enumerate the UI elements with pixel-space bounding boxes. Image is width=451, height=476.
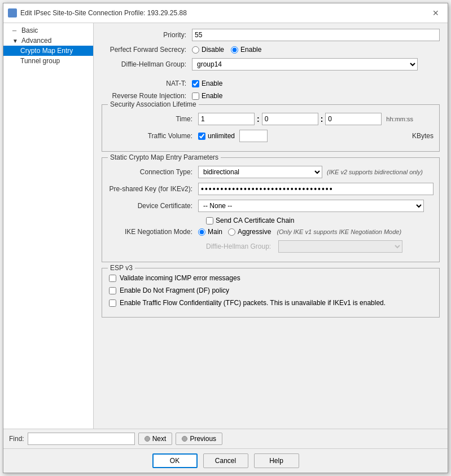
ike-note: (Only IKE v1 supports IKE Negotiation Mo… xyxy=(277,228,401,235)
ike-neg-label: IKE Negotiation Mode: xyxy=(108,228,198,236)
pfs-row: Perfect Forward Secrecy: Disable Enable xyxy=(102,46,440,54)
next-label: Next xyxy=(152,435,167,443)
traffic-unlimited-label[interactable]: unlimited xyxy=(198,132,235,140)
next-button[interactable]: Next xyxy=(138,433,173,445)
priority-input[interactable] xyxy=(192,29,440,41)
dh-group2-label: Diffie-Hellman Group: xyxy=(206,243,274,250)
rri-row: Reverse Route Injection: Enable xyxy=(102,92,440,100)
rri-checkbox-label[interactable]: Enable xyxy=(192,92,222,100)
conn-type-row: Connection Type: bidirectional answer-on… xyxy=(108,166,434,178)
sidebar-item-basic[interactable]: ─ Basic xyxy=(3,25,93,36)
time-hours-input[interactable] xyxy=(198,113,255,125)
title-bar-left: Edit IPsec Site-to-Site Connection Profi… xyxy=(8,8,187,17)
ike-main-input[interactable] xyxy=(198,228,205,236)
previous-button[interactable]: Previous xyxy=(176,433,222,445)
priority-row: Priority: xyxy=(102,29,440,41)
esp-tfc-row: Enable Traffic Flow Confidentiality (TFC… xyxy=(109,299,432,307)
title-bar: Edit IPsec Site-to-Site Connection Profi… xyxy=(3,3,448,23)
psk-input[interactable] xyxy=(198,183,434,195)
next-dot-icon xyxy=(145,436,150,442)
pfs-label: Perfect Forward Secrecy: xyxy=(102,46,192,54)
static-crypto-section: Static Crypto Map Entry Parameters Conne… xyxy=(102,157,440,262)
priority-label: Priority: xyxy=(102,31,192,39)
static-crypto-title: Static Crypto Map Entry Parameters xyxy=(108,153,221,161)
esp-icmp-checkbox[interactable] xyxy=(109,275,116,282)
sa-lifetime-title: Security Association Lifetime xyxy=(108,100,199,108)
sidebar: ─ Basic ▼ Advanced Crypto Map Entry Tunn… xyxy=(3,23,94,429)
close-button[interactable]: ✕ xyxy=(428,7,443,19)
sidebar-label-basic: Basic xyxy=(21,27,38,34)
traffic-unlimited-text: unlimited xyxy=(208,132,235,140)
ike-aggressive-radio[interactable]: Aggressive xyxy=(228,228,271,236)
previous-dot-icon xyxy=(182,436,187,442)
rri-enable-label: Enable xyxy=(202,92,222,100)
dh-group2-select[interactable] xyxy=(278,240,402,253)
ike-aggressive-input[interactable] xyxy=(228,228,235,236)
dialog-buttons: OK Cancel Help xyxy=(3,448,448,473)
traffic-row: Traffic Volume: unlimited KBytes xyxy=(108,130,434,142)
main-window: Edit IPsec Site-to-Site Connection Profi… xyxy=(3,3,448,473)
esp-tfc-label: Enable Traffic Flow Confidentiality (TFC… xyxy=(120,299,386,307)
tree-toggle-advanced: ▼ xyxy=(12,38,19,44)
bottom-bar: Find: Next Previous xyxy=(3,429,448,448)
time-sep2: : xyxy=(321,114,323,124)
esp-df-checkbox[interactable] xyxy=(109,287,116,294)
ike-aggressive-label: Aggressive xyxy=(238,228,271,236)
traffic-label: Traffic Volume: xyxy=(108,132,198,140)
sidebar-label-advanced: Advanced xyxy=(21,37,51,45)
send-ca-row: Send CA Certificate Chain xyxy=(108,217,434,224)
send-ca-label: Send CA Certificate Chain xyxy=(216,217,294,224)
sidebar-label-tunnel-group: Tunnel group xyxy=(20,57,60,65)
send-ca-checkbox[interactable] xyxy=(206,217,213,224)
time-sep1: : xyxy=(257,114,260,124)
ok-button[interactable]: OK xyxy=(152,453,198,468)
rri-checkbox[interactable] xyxy=(192,92,199,100)
sidebar-item-advanced[interactable]: ▼ Advanced xyxy=(3,36,93,46)
device-cert-label: Device Certificate: xyxy=(108,202,198,210)
traffic-value-input[interactable] xyxy=(239,130,268,142)
help-button[interactable]: Help xyxy=(254,453,299,468)
pfs-enable-input[interactable] xyxy=(231,46,238,54)
time-label: Time: xyxy=(108,115,198,123)
dh-group-row: Diffie-Hellman Group: group14 group1 gro… xyxy=(102,58,440,70)
pfs-enable-label: Enable xyxy=(240,46,261,54)
traffic-unlimited-checkbox[interactable] xyxy=(198,133,205,140)
nat-t-checkbox-label[interactable]: Enable xyxy=(192,80,222,87)
sidebar-label-crypto-map: Crypto Map Entry xyxy=(20,47,73,55)
conn-type-note: (IKE v2 supports bidirectional only) xyxy=(327,169,423,175)
nat-t-row: NAT-T: Enable xyxy=(102,80,440,87)
esp-icmp-row: Validate incoming ICMP error messages xyxy=(109,274,432,282)
time-inputs: : : hh:mm:ss xyxy=(198,113,413,125)
device-cert-row: Device Certificate: -- None -- xyxy=(108,200,434,212)
right-panel: Priority: Perfect Forward Secrecy: Disab… xyxy=(94,23,448,429)
pfs-radio-group: Disable Enable xyxy=(192,46,261,54)
psk-row: Pre-shared Key (for IKEv2): xyxy=(108,183,434,195)
ike-main-radio[interactable]: Main xyxy=(198,228,222,236)
sidebar-item-tunnel-group[interactable]: Tunnel group xyxy=(3,56,93,66)
esp-df-label: Enable Do Not Fragment (DF) policy xyxy=(120,287,229,294)
dh-group-select[interactable]: group14 group1 group2 group5 group19 gro… xyxy=(192,58,418,70)
ike-main-label: Main xyxy=(208,228,222,236)
rri-label: Reverse Route Injection: xyxy=(102,92,192,100)
pfs-disable-input[interactable] xyxy=(192,46,199,54)
conn-type-label: Connection Type: xyxy=(108,168,198,176)
time-format-label: hh:mm:ss xyxy=(386,116,413,122)
device-cert-select[interactable]: -- None -- xyxy=(198,200,424,212)
esp-tfc-checkbox[interactable] xyxy=(109,299,116,307)
window-title: Edit IPsec Site-to-Site Connection Profi… xyxy=(20,9,187,17)
pfs-disable-label: Disable xyxy=(202,46,224,54)
cancel-button[interactable]: Cancel xyxy=(203,453,248,468)
main-content: ─ Basic ▼ Advanced Crypto Map Entry Tunn… xyxy=(3,23,448,429)
conn-type-select[interactable]: bidirectional answer-only originate-only xyxy=(198,166,322,178)
dh-group-label: Diffie-Hellman Group: xyxy=(102,60,192,68)
esp-df-row: Enable Do Not Fragment (DF) policy xyxy=(109,287,432,294)
nat-t-checkbox[interactable] xyxy=(192,80,199,87)
time-minutes-input[interactable] xyxy=(262,113,318,125)
find-input[interactable] xyxy=(28,433,135,445)
pfs-disable-radio[interactable]: Disable xyxy=(192,46,224,54)
time-seconds-input[interactable] xyxy=(325,113,382,125)
traffic-kbytes-label: KBytes xyxy=(412,132,434,140)
sidebar-item-crypto-map-entry[interactable]: Crypto Map Entry xyxy=(3,46,93,56)
pfs-enable-radio[interactable]: Enable xyxy=(231,46,261,54)
send-ca-checkbox-label[interactable]: Send CA Certificate Chain xyxy=(206,217,434,224)
